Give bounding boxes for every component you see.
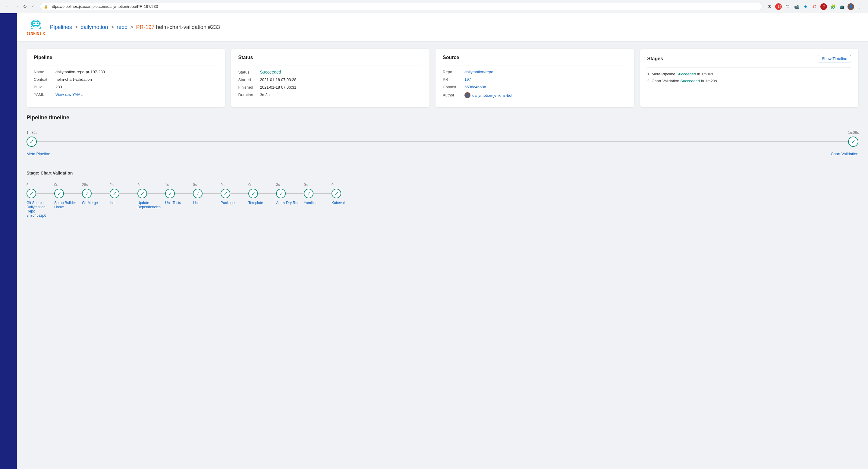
status-duration-value: 3m3s — [260, 93, 270, 97]
step-name-5[interactable]: Unit Tests — [165, 201, 181, 205]
step-line-8 — [258, 193, 276, 194]
main-timeline: 1m36s 1m29s ✓ ✓ Meta Pipeline — [27, 130, 858, 156]
nav-buttons: ← → ↻ ⌂ — [5, 4, 36, 10]
stage-status-1: Succeeded — [680, 79, 700, 83]
step-item-8: 0s✓Template — [248, 183, 276, 205]
step-name-6[interactable]: Lint — [193, 201, 198, 205]
home-button[interactable]: ⌂ — [30, 4, 36, 10]
pipeline-timeline-section: Pipeline timeline 1m36s 1m29s ✓ ✓ — [17, 115, 868, 227]
stage-1-node: ✓ — [27, 136, 37, 147]
step-name-4[interactable]: Update Dependencies — [137, 201, 164, 209]
pipeline-yaml-link[interactable]: View raw YAML — [56, 92, 83, 97]
step-name-3[interactable]: Init — [110, 201, 115, 205]
step-name-7[interactable]: Package — [221, 201, 235, 205]
app-layout: JENKINS X Pipelines > dailymotion > repo… — [0, 13, 868, 469]
step-name-11[interactable]: Kubeval — [332, 201, 344, 205]
step-name-0[interactable]: Git Source Dailymotion Repo 9h7646szp6 — [27, 201, 54, 218]
step-duration-9: 3s — [276, 183, 280, 187]
breadcrumb-sep-1: > — [75, 24, 78, 30]
step-check-icon-11: ✓ — [335, 191, 338, 196]
source-repo-value[interactable]: dailymotion/repo — [464, 70, 493, 74]
mail-icon[interactable]: ✉ — [766, 3, 773, 10]
reload-button[interactable]: ↻ — [22, 4, 28, 10]
step-line-2 — [92, 193, 110, 194]
step-check-icon-2: ✓ — [85, 191, 89, 196]
step-node-8: ✓ — [248, 189, 258, 198]
step-name-10[interactable]: Yamllint — [304, 201, 316, 205]
pipeline-build-label: Build — [34, 85, 52, 89]
stage-2-name-link[interactable]: Chart Validation — [822, 152, 858, 156]
browser-chrome: ← → ↻ ⌂ 🔒 https://pipelines.jx.example.c… — [0, 0, 868, 13]
stage-1-name-link[interactable]: Meta Pipeline — [27, 152, 63, 156]
address-bar[interactable]: 🔒 https://pipelines.jx.example.com/daily… — [40, 3, 763, 10]
breadcrumb-sep-2: > — [111, 24, 114, 30]
step-item-2: 28s✓Git Merge — [82, 183, 110, 205]
puzzle-icon[interactable]: 🧩 — [830, 3, 836, 10]
notification-badge[interactable]: 412 — [775, 3, 782, 10]
logo-svg — [28, 19, 43, 32]
step-item-9: 3s✓Apply Dry Run — [276, 183, 304, 205]
step-node-0: ✓ — [27, 189, 36, 198]
status-finished-value: 2021-01-18 07:06:31 — [260, 85, 297, 90]
step-duration-10: 0s — [304, 183, 308, 187]
source-commit-value[interactable]: 553dc4bb8b — [464, 85, 486, 89]
breadcrumb-dailymotion[interactable]: dailymotion — [81, 24, 108, 30]
step-line-4 — [147, 193, 165, 194]
step-item-3: 2s✓Init — [110, 183, 137, 205]
step-name-9[interactable]: Apply Dry Run — [276, 201, 299, 205]
status-status-row: Status Succeeded — [239, 70, 423, 74]
forward-button[interactable]: → — [13, 4, 19, 10]
gplus-icon[interactable]: G — [811, 3, 818, 10]
cast-icon[interactable]: 📺 — [838, 3, 845, 10]
circle-icon[interactable]: ● — [802, 3, 809, 10]
status-card-title: Status — [239, 55, 423, 60]
steps-timeline: 5s✓Git Source Dailymotion Repo 9h7646szp… — [27, 183, 858, 218]
step-duration-5: 1s — [165, 183, 169, 187]
status-card: Status Status Succeeded Started 2021-01-… — [231, 49, 430, 107]
breadcrumb-pipelines[interactable]: Pipelines — [50, 24, 72, 30]
step-row-2: ✓ — [82, 189, 110, 198]
source-author-value[interactable]: dailymotion-jenkins-bot — [472, 93, 513, 98]
step-row-4: ✓ — [137, 189, 165, 198]
breadcrumb-repo[interactable]: repo — [117, 24, 127, 30]
browser-actions: ✉ 412 🛡 📹 ● G 2 🧩 📺 👤 ⋮ — [766, 3, 863, 10]
stage-name-1[interactable]: Chart Validation — [652, 79, 680, 83]
stage-2-duration-label: 1m29s — [848, 130, 858, 135]
step-check-icon-8: ✓ — [251, 191, 255, 196]
svg-point-0 — [32, 20, 39, 27]
status-duration-row: Duration 3m3s — [239, 93, 423, 97]
pipeline-build-row: Build 233 — [34, 85, 218, 89]
ext-icon[interactable]: 2 — [820, 3, 827, 10]
video-icon[interactable]: 📹 — [793, 3, 800, 10]
step-row-1: ✓ — [54, 189, 82, 198]
step-name-8[interactable]: Template — [248, 201, 263, 205]
page-header: JENKINS X Pipelines > dailymotion > repo… — [17, 13, 868, 41]
pipeline-card: Pipeline Name dailymotion-repo-pr-197-23… — [27, 49, 225, 107]
shield-icon[interactable]: 🛡 — [784, 3, 791, 10]
step-row-6: ✓ — [193, 189, 221, 198]
step-name-2[interactable]: Git Merge — [82, 201, 98, 205]
timeline-stage-names: Meta Pipeline Chart Validation — [27, 149, 858, 156]
step-duration-8: 0s — [248, 183, 252, 187]
step-node-2: ✓ — [82, 189, 92, 198]
stage-1-check-icon: ✓ — [30, 138, 34, 145]
source-pr-value[interactable]: 197 — [464, 77, 471, 82]
step-name-1[interactable]: Setup Builder Home — [54, 201, 82, 209]
show-timeline-button[interactable]: Show Timeline — [818, 55, 851, 62]
step-node-10: ✓ — [304, 189, 313, 198]
pipeline-name-value: dailymotion-repo-pr-197-233 — [56, 70, 105, 74]
step-check-icon-3: ✓ — [113, 191, 117, 196]
menu-icon[interactable]: ⋮ — [857, 3, 863, 10]
breadcrumb: Pipelines > dailymotion > repo > PR-197 … — [50, 24, 220, 30]
source-commit-label: Commit — [443, 85, 461, 89]
breadcrumb-title: helm-chart-validation #233 — [156, 24, 220, 30]
back-button[interactable]: ← — [5, 4, 11, 10]
source-repo-label: Repo — [443, 70, 461, 74]
step-item-7: 0s✓Package — [221, 183, 248, 205]
stage-num-0: 1. — [647, 72, 651, 76]
avatar[interactable]: 👤 — [847, 3, 854, 10]
source-pr-label: PR — [443, 77, 461, 82]
pipeline-name-label: Name — [34, 70, 52, 74]
step-node-5: ✓ — [165, 189, 175, 198]
stage-name-0[interactable]: Meta Pipeline — [652, 72, 676, 76]
